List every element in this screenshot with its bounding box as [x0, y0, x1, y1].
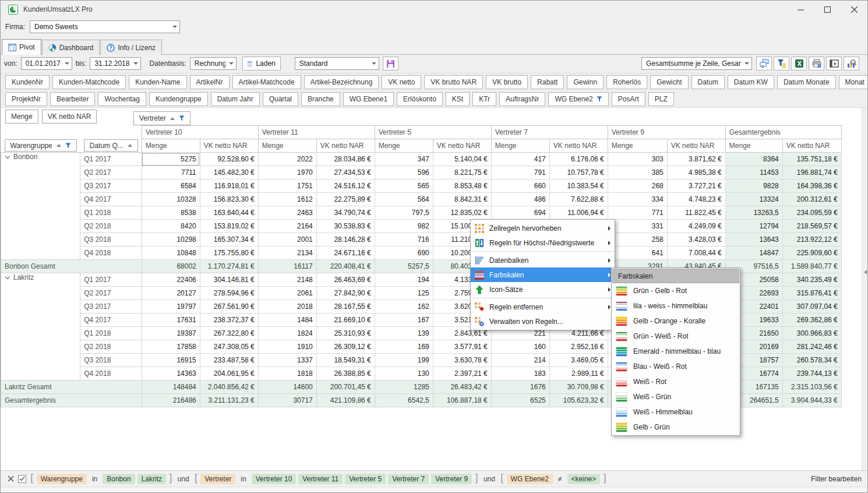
field-button-kunden-name[interactable]: Kunden-Name — [129, 75, 186, 89]
filter-funnel-icon[interactable] — [179, 115, 185, 121]
pivot-cell[interactable]: 9828 — [725, 179, 782, 193]
pivot-cell[interactable]: 165.307,34 € — [200, 233, 258, 246]
field-button-datum-kw[interactable]: Datum KW — [728, 75, 774, 89]
measure-vknettonar-button[interactable]: VK netto NAR — [42, 110, 97, 124]
field-button-roherl-s[interactable]: Roherlös — [606, 75, 647, 89]
pivot-cell[interactable]: 218.569,57 € — [782, 220, 841, 233]
pivot-cell[interactable]: 385 — [608, 166, 667, 179]
field-button-artikel-bezeichnung[interactable]: Artikel-Bezeichnung — [304, 75, 379, 89]
pivot-cell[interactable]: 300.966,83 € — [782, 327, 841, 340]
pivot-cell[interactable]: 1970 — [258, 166, 316, 179]
pivot-cell[interactable]: 125 — [375, 287, 433, 300]
pivot-cell[interactable]: 10298 — [142, 233, 200, 246]
pivot-cell[interactable]: 92.528,60 € — [200, 153, 258, 166]
pivot-cell[interactable]: 11453 — [725, 166, 782, 179]
scroll-left-icon[interactable] — [864, 270, 867, 274]
field-button-auftragsnr[interactable]: AuftragsNr — [499, 92, 545, 106]
filter-enabled-checkbox[interactable] — [18, 475, 26, 483]
minimize-button[interactable] — [787, 1, 814, 18]
pivot-cell[interactable]: 1612 — [258, 193, 316, 206]
pivot-cell[interactable]: 4.748,23 € — [667, 193, 725, 206]
pivot-cell[interactable]: 260.578,34 € — [782, 354, 841, 367]
pivot-cell[interactable]: 14363 — [142, 367, 200, 381]
pivot-cell[interactable]: 565 — [375, 179, 433, 193]
quarter-label[interactable]: Q3 2017 — [80, 300, 142, 314]
quarter-label[interactable]: Q1 2017 — [80, 273, 142, 287]
pivot-cell[interactable]: 417 — [491, 153, 549, 166]
chevron-down-icon[interactable] — [5, 274, 10, 279]
pivot-cell[interactable]: 225.909,60 € — [782, 246, 841, 260]
sub-column-header[interactable]: Menge — [608, 139, 667, 153]
sub-column-header[interactable]: Menge — [258, 139, 316, 153]
field-button-wochentag[interactable]: Wochentag — [98, 92, 146, 106]
pivot-cell[interactable]: 139 — [375, 327, 433, 340]
pivot-cell[interactable]: 26.463,69 € — [316, 273, 375, 287]
pivot-cell[interactable]: 596 — [375, 166, 433, 179]
firma-select[interactable]: Demo Sweets — [30, 20, 180, 33]
pivot-cell[interactable]: 1.589.840,77 € — [782, 260, 841, 273]
pivot-cell[interactable]: 22.275,89 € — [316, 193, 375, 206]
filter-value-chip[interactable]: Vertreter 7 — [388, 474, 429, 484]
color-scale-option-grün-weiß-rot[interactable]: Grün - Weiß - Rot — [612, 329, 739, 344]
pivot-cell[interactable]: 247.308,05 € — [200, 340, 258, 354]
pivot-cell[interactable]: 21.669,10 € — [316, 314, 375, 327]
pivot-cell[interactable]: 3.428,03 € — [667, 233, 725, 246]
color-scale-option-gelb-orange-koralle[interactable]: Gelb - Orange - Koralle — [612, 314, 739, 329]
pivot-cell[interactable]: 11.006,94 € — [549, 206, 608, 220]
pivot-cell[interactable]: 145.482,30 € — [200, 166, 258, 179]
preview-button[interactable] — [826, 57, 842, 71]
pivot-cell[interactable]: 220.408,41 € — [316, 260, 375, 273]
pivot-cell[interactable]: 3.211.131,23 € — [200, 394, 258, 407]
sub-column-header[interactable]: Menge — [491, 139, 549, 153]
column-group-header[interactable]: Vertreter 7 — [491, 126, 608, 139]
pivot-cell[interactable]: 5257,5 — [375, 260, 433, 273]
menu-item-regeln-für-höchst-niedrigstwerte[interactable]: Regeln für Höchst-/Niedrigstwerte — [471, 235, 615, 250]
sub-column-header[interactable]: Menge — [725, 139, 782, 153]
pivot-cell[interactable]: 105.623,32 € — [549, 394, 608, 407]
pivot-cell[interactable]: 216486 — [142, 394, 200, 407]
pivot-cell[interactable]: 7.008,44 € — [667, 246, 725, 260]
sub-column-header[interactable]: VK netto NAR — [549, 139, 608, 153]
pivot-cell[interactable]: 4.249,09 € — [667, 220, 725, 233]
pivot-cell[interactable]: 5.140,04 € — [433, 153, 491, 166]
filter-value-chip[interactable]: Lakritz — [137, 474, 166, 484]
tab-pivot[interactable]: Σ Pivot — [2, 39, 41, 55]
pivot-cell[interactable]: 8.842,31 € — [433, 193, 491, 206]
column-group-header[interactable]: Vertreter 11 — [258, 126, 375, 139]
field-button-branche[interactable]: Branche — [301, 92, 340, 106]
filter-value-chip[interactable]: Vertreter 10 — [252, 474, 297, 484]
menu-item-datenbalken[interactable]: Datenbalken — [471, 253, 615, 267]
date-from-picker[interactable]: 01.01.2017 — [21, 57, 72, 70]
pivot-cell[interactable]: 2018 — [258, 300, 316, 314]
pivot-cell[interactable]: 6542,5 — [375, 394, 433, 407]
color-scale-option-gelb-grün[interactable]: Gelb - Grün — [612, 420, 739, 435]
pivot-cell[interactable]: 660 — [491, 179, 549, 193]
pivot-cell[interactable]: 34.790,74 € — [316, 206, 375, 220]
pivot-cell[interactable]: 281.242,46 € — [782, 340, 841, 354]
pivot-cell[interactable]: 12.835,02 € — [433, 206, 491, 220]
pivot-cell[interactable]: 486 — [491, 193, 549, 206]
pivot-cell[interactable]: 238.372,37 € — [200, 314, 258, 327]
pivot-cell[interactable]: 315.876,41 € — [782, 287, 841, 300]
pivot-cell[interactable]: 8538 — [142, 206, 200, 220]
pivot-cell[interactable]: 26.388,85 € — [316, 367, 375, 381]
pivot-cell[interactable]: 13643 — [725, 233, 782, 246]
pivot-cell[interactable]: 1285 — [375, 381, 433, 394]
pivot-cell[interactable]: 1824 — [258, 327, 316, 340]
filter-button[interactable] — [774, 57, 789, 71]
quarter-label[interactable]: Q4 2017 — [80, 314, 142, 327]
filter-value-chip[interactable]: Bonbon — [103, 474, 135, 484]
field-button-gewicht[interactable]: Gewicht — [650, 75, 688, 89]
pivot-cell[interactable]: 30.709,98 € — [549, 381, 608, 394]
pivot-cell[interactable]: 16117 — [258, 260, 316, 273]
measure-menge-button[interactable]: Menge — [5, 110, 38, 124]
column-field-vertreter-button[interactable]: Vertreter — [133, 111, 190, 125]
field-button-wg-ebene2[interactable]: WG Ebene2 — [548, 92, 608, 106]
layout-select[interactable]: Standard — [295, 57, 379, 70]
pivot-cell[interactable]: 268 — [608, 179, 667, 193]
quarter-label[interactable]: Q2 2017 — [80, 166, 142, 179]
pivot-cell[interactable]: 716 — [375, 233, 433, 246]
pivot-cell[interactable]: 2001 — [258, 233, 316, 246]
pivot-cell[interactable]: 347 — [375, 153, 433, 166]
pivot-cell[interactable]: 7711 — [142, 166, 200, 179]
